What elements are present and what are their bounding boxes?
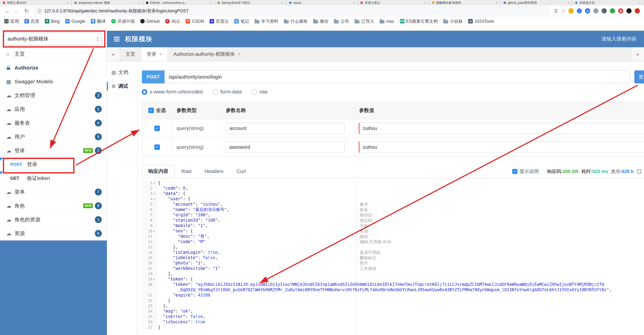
sidebar-item-post-登录[interactable]: POST登录: [0, 158, 106, 172]
radio-icon[interactable]: [142, 89, 147, 95]
tab-close-icon[interactable]: ×: [210, 1, 212, 5]
browser-tab-7[interactable]: 图解网站参考架构×: [429, 0, 501, 6]
tab-close-icon[interactable]: ×: [238, 52, 240, 57]
sidebar-item-3[interactable]: ▦Swagger Models: [0, 75, 106, 89]
tab-close-icon[interactable]: ×: [568, 1, 570, 5]
tab-close-icon[interactable]: ×: [138, 1, 140, 5]
bookmark-item-11[interactable]: 记笔记: [234, 18, 249, 24]
response-tab-响应内容[interactable]: 响应内容: [142, 165, 175, 178]
bookmark-item-16[interactable]: 已导入: [354, 18, 374, 24]
ext-icon-5[interactable]: [626, 8, 632, 14]
bookmark-item-17[interactable]: mac: [380, 19, 394, 24]
bookmark-item-7[interactable]: GitHub: [140, 19, 160, 24]
bookmark-item-2[interactable]: 百百度: [24, 18, 39, 24]
response-tab-Raw[interactable]: Raw: [175, 165, 198, 178]
content-type-form-data[interactable]: form-data: [212, 89, 242, 95]
tab-close-icon[interactable]: ×: [496, 1, 498, 5]
sidebar-item-5[interactable]: ☁应用5: [0, 102, 106, 116]
ext-icon-jq[interactable]: jq: [585, 8, 590, 14]
bookmark-item-12[interactable]: 学习资料: [254, 18, 278, 24]
sidebar-item-1[interactable]: ⌂主页: [0, 47, 106, 61]
ext-icon-shield[interactable]: [602, 8, 607, 14]
browser-tab-5[interactable]: nacos×: [286, 0, 358, 6]
forward-icon[interactable]: →: [14, 8, 20, 14]
select-all-checkbox[interactable]: ✓: [148, 108, 154, 113]
param-value-input-password[interactable]: [359, 141, 644, 153]
bookmark-item-13[interactable]: 什么都有: [284, 18, 308, 24]
sidebar-item-7[interactable]: ☁用户9: [0, 130, 106, 144]
sidebar-item-4[interactable]: ☁文档管理3: [0, 89, 106, 102]
header-search-input[interactable]: 请输入搜索内容: [602, 36, 636, 42]
tab-close-icon[interactable]: ×: [353, 1, 355, 5]
sidebar-item-12[interactable]: ☁角色NEW8: [0, 199, 106, 213]
ext-icon-4[interactable]: [610, 8, 615, 14]
ext-icon-pinwheel[interactable]: ✱: [618, 8, 623, 14]
show-desc-checkbox[interactable]: ✓: [512, 169, 518, 174]
radio-icon[interactable]: [212, 89, 218, 95]
tab-登录[interactable]: 登录×: [141, 47, 168, 61]
sidebar-item-14[interactable]: ☁资源6: [0, 227, 106, 240]
browser-tab-4[interactable]: Spring Boot学习笔记×: [215, 0, 286, 6]
radio-icon[interactable]: [252, 89, 257, 95]
bookmark-item-19[interactable]: 小目标: [443, 18, 463, 24]
tab-close-icon[interactable]: ×: [424, 1, 426, 5]
page-info-icon[interactable]: ⓘ: [38, 8, 42, 14]
sidebar-item-13[interactable]: ☁角色的资源1: [0, 213, 106, 227]
url-bar[interactable]: ⓘ 127.0.0.1:8760/api/gate/doc.html#/auth…: [33, 7, 550, 15]
tab-close-icon[interactable]: ×: [159, 52, 162, 57]
tab-主页[interactable]: 主页: [120, 47, 141, 61]
nav-调试[interactable]: ⚙调试: [107, 79, 137, 93]
param-name-input-password[interactable]: [226, 141, 345, 153]
fold-caret-icon[interactable]: ▾: [152, 191, 156, 196]
browser-tab-9[interactable]: 浏览器主页×: [572, 0, 644, 6]
translate-icon[interactable]: 文: [554, 8, 558, 14]
row-checkbox[interactable]: ✓: [154, 126, 160, 131]
tab-Authorize-authority-权限模块[interactable]: Authorize-authority-权限模块×: [168, 47, 246, 61]
tab-close-icon[interactable]: ×: [281, 1, 283, 5]
bookmark-item-20[interactable]: ⊞1024Tools: [468, 19, 494, 24]
bookmark-item-6[interactable]: C开源中国: [111, 18, 135, 24]
response-tab-Curl[interactable]: Curl: [230, 165, 252, 178]
bookmark-item-5[interactable]: 译翻译: [91, 18, 106, 24]
fold-caret-icon[interactable]: ▾: [152, 196, 156, 202]
bookmark-item-14[interactable]: 微信: [313, 18, 328, 24]
fold-caret-icon[interactable]: ▾: [152, 180, 156, 186]
request-url-input[interactable]: [164, 70, 630, 84]
bookmark-item-8[interactable]: G码云: [165, 18, 180, 24]
content-type-raw[interactable]: raw: [252, 89, 268, 95]
back-icon[interactable]: ←: [4, 8, 10, 14]
tabs-collapse-left[interactable]: «: [107, 47, 120, 61]
fold-caret-icon[interactable]: ▾: [152, 276, 156, 282]
browser-tab-1[interactable]: 智慧之屋1024×: [0, 0, 72, 6]
fullscreen-icon[interactable]: [637, 170, 641, 174]
bookmark-item-10[interactable]: 云百度云: [210, 18, 229, 24]
bookmark-item-18[interactable]: ESES搜索引擎文档: [400, 18, 438, 24]
response-tab-Headers[interactable]: Headers: [198, 165, 230, 178]
bookmark-item-9[interactable]: CCSDN: [186, 19, 204, 24]
menu-toggle-icon[interactable]: [114, 37, 120, 42]
content-type-x-www-form-urlencoded[interactable]: x-www-form-urlencoded: [142, 89, 203, 95]
bookmark-item-4[interactable]: GGoogle: [65, 19, 85, 24]
profile-avatar[interactable]: [635, 8, 640, 14]
browser-tab-6[interactable]: 有道云笔记×: [358, 0, 429, 6]
ext-icon-2[interactable]: [577, 8, 582, 14]
bookmark-item-15[interactable]: 公司: [334, 18, 349, 24]
reload-icon[interactable]: ↻: [24, 8, 30, 14]
sidebar-item-11[interactable]: ☁菜单7: [0, 185, 106, 199]
sidebar-item-get-验证token[interactable]: GET验证token: [0, 172, 106, 185]
api-group-select[interactable]: authority-权限模块 ▴▾: [4, 32, 102, 45]
bookmark-item-3[interactable]: BBing: [45, 19, 60, 24]
param-value-input-account[interactable]: [359, 122, 644, 134]
browser-tab-8[interactable]: github_pass密码管理×: [501, 0, 572, 6]
sidebar-item-8[interactable]: ☁登录NEW2: [0, 144, 106, 158]
browser-tab-3[interactable]: GitHub - zuihou/zuihou-a...×: [143, 0, 215, 6]
bookmark-item-1[interactable]: ⋮⋮应用: [4, 18, 19, 24]
bookmark-star-icon[interactable]: ☆: [562, 8, 565, 14]
ext-icon-3[interactable]: [593, 8, 598, 14]
sidebar-item-2[interactable]: Authorize: [0, 61, 106, 75]
tab-close-icon[interactable]: ×: [66, 1, 68, 5]
ext-icon-1[interactable]: [568, 8, 574, 14]
send-button[interactable]: 发送: [634, 70, 644, 84]
tab-close-icon[interactable]: ×: [639, 1, 641, 5]
browser-tab-2[interactable]: temporary-Interior 图标×: [72, 0, 143, 6]
